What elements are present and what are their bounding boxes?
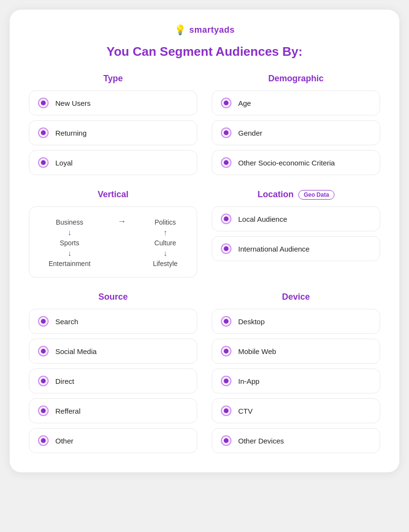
demographic-section: Demographic Age Gender Other Socio-econo… (212, 74, 380, 175)
radio-icon (221, 346, 231, 356)
radio-icon (38, 346, 49, 356)
vert-arrow-down: ↓ (67, 228, 71, 237)
bottom-grid: Source Search Social Media Direct Reffer… (29, 292, 380, 453)
item-label: Gender (238, 129, 262, 137)
item-label: Other Socio-economic Criteria (238, 159, 335, 167)
vertical-title: Vertical (29, 190, 197, 200)
radio-icon (221, 316, 231, 327)
source-section: Source Search Social Media Direct Reffer… (29, 292, 197, 453)
radio-icon (221, 127, 231, 138)
list-item: Refferal (29, 398, 197, 423)
radio-icon (221, 214, 231, 224)
type-title: Type (29, 74, 197, 84)
list-item: CTV (212, 398, 380, 423)
list-item: In-App (212, 368, 380, 393)
vertical-section: Vertical Business ↓ Sports ↓ Entertainme… (29, 190, 197, 278)
vertical-box: Business ↓ Sports ↓ Entertainment → Poli… (29, 206, 197, 278)
item-label: Mobile Web (238, 347, 276, 355)
main-title: You Can Segment Audiences By: (29, 44, 380, 59)
vert-item: Sports (60, 237, 79, 249)
device-section: Device Desktop Mobile Web In-App CTV (212, 292, 380, 453)
list-item: Gender (212, 120, 380, 145)
item-label: Local Audience (238, 215, 287, 223)
list-item: International Audience (212, 236, 380, 261)
radio-icon (38, 157, 49, 168)
radio-icon (221, 157, 231, 168)
vertical-col1: Business ↓ Sports ↓ Entertainment (49, 216, 90, 269)
source-list: Search Social Media Direct Refferal Othe… (29, 309, 197, 453)
radio-icon (221, 405, 231, 416)
list-item: Search (29, 309, 197, 334)
list-item: Other (29, 428, 197, 453)
demographic-list: Age Gender Other Socio-economic Criteria (212, 90, 380, 175)
item-label: Loyal (55, 159, 73, 167)
item-label: International Audience (238, 245, 309, 253)
type-list: New Users Returning Loyal (29, 90, 197, 175)
list-item: Local Audience (212, 206, 380, 231)
radio-icon (221, 435, 231, 446)
geo-badge: Geo Data (298, 190, 334, 200)
list-item: Other Socio-economic Criteria (212, 150, 380, 175)
middle-grid: Vertical Business ↓ Sports ↓ Entertainme… (29, 190, 380, 278)
logo-icon: 💡 (174, 24, 186, 36)
item-label: Refferal (55, 407, 80, 415)
demographic-title: Demographic (212, 74, 380, 84)
list-item: Age (212, 90, 380, 115)
list-item: Loyal (29, 150, 197, 175)
device-list: Desktop Mobile Web In-App CTV Other Devi… (212, 309, 380, 453)
list-item: Returning (29, 120, 197, 145)
vert-item: Politics (154, 216, 176, 228)
item-label: Direct (55, 377, 74, 385)
item-label: Social Media (55, 347, 97, 355)
source-title: Source (29, 292, 197, 302)
location-section: Location Geo Data Local Audience Interna… (212, 190, 380, 278)
logo-text: smartyads (189, 25, 235, 35)
list-item: New Users (29, 90, 197, 115)
radio-icon (38, 376, 49, 386)
radio-icon (38, 127, 49, 138)
item-label: New Users (55, 99, 90, 107)
item-label: Desktop (238, 317, 265, 326)
item-label: CTV (238, 407, 253, 415)
list-item: Direct (29, 368, 197, 393)
arrow-right: → (117, 216, 126, 233)
radio-icon (38, 98, 49, 108)
main-card: 💡 smartyads You Can Segment Audiences By… (10, 10, 399, 472)
vert-item: Culture (154, 237, 176, 249)
vert-item: Business (56, 216, 83, 228)
radio-icon (221, 98, 231, 108)
vert-item: Lifestyle (153, 258, 178, 269)
item-label: Age (238, 99, 251, 107)
list-item: Social Media (29, 339, 197, 364)
vert-item: Entertainment (49, 258, 90, 269)
vert-arrow-down2: ↓ (67, 249, 71, 258)
location-title-row: Location Geo Data (212, 190, 380, 200)
device-title: Device (212, 292, 380, 302)
item-label: In-App (238, 377, 259, 385)
radio-icon (221, 243, 231, 254)
logo: 💡 smartyads (29, 24, 380, 36)
vert-arrow-up: ↑ (163, 228, 167, 237)
radio-icon (221, 376, 231, 386)
type-section: Type New Users Returning Loyal (29, 74, 197, 175)
item-label: Search (55, 317, 78, 326)
top-grid: Type New Users Returning Loyal Demograph… (29, 74, 380, 175)
radio-icon (38, 316, 49, 327)
radio-icon (38, 435, 49, 446)
list-item: Other Devices (212, 428, 380, 453)
vert-arrow-down3: ↓ (163, 249, 167, 258)
item-label: Other Devices (238, 437, 284, 445)
location-title: Location (257, 190, 294, 200)
location-list: Local Audience International Audience (212, 206, 380, 261)
list-item: Desktop (212, 309, 380, 334)
item-label: Returning (55, 129, 87, 137)
list-item: Mobile Web (212, 339, 380, 364)
vertical-col2: Politics ↑ Culture ↓ Lifestyle (153, 216, 178, 269)
item-label: Other (55, 437, 74, 445)
radio-icon (38, 405, 49, 416)
